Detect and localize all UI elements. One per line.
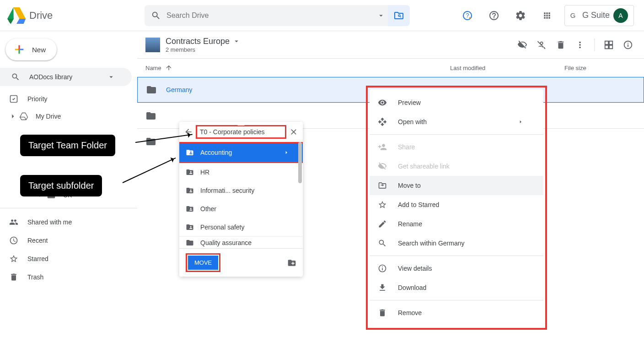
sidebar-starred[interactable]: Starred [0,250,132,268]
drive-icon [19,112,28,121]
settings-icon[interactable] [511,6,530,25]
context-menu: Preview Open with Share Get shareable li… [370,89,543,326]
mp-item-other[interactable]: Other [179,200,303,218]
visibility-off-icon[interactable] [517,40,527,50]
edit-icon [378,219,387,229]
svg-marker-4 [7,18,14,23]
trash-icon[interactable] [556,40,566,50]
shared-folder-icon [186,223,194,231]
move-button[interactable]: MOVE [188,256,218,270]
column-header: Name Last modified File size [137,59,644,77]
col-modified[interactable]: Last modified [450,65,564,71]
close-icon[interactable] [289,127,298,136]
content-actions [517,38,633,51]
search-input[interactable] [166,11,373,20]
folder-icon [145,110,156,121]
cm-rename[interactable]: Rename [370,214,543,234]
cm-star[interactable]: Add to Starred [370,195,543,214]
new-button[interactable]: New [5,38,57,60]
members-label: 2 members [166,46,241,53]
content-header: Contracts Europe 2 members [137,31,644,59]
grid-view-icon[interactable] [604,40,614,50]
cm-move-to[interactable]: Move to [370,176,543,195]
new-label: New [32,46,46,54]
dropdown-icon[interactable] [377,11,385,20]
move-panel-footer: MOVE [179,248,303,277]
col-name[interactable]: Name [145,64,450,71]
expand-icon [8,112,17,121]
cm-open-with[interactable]: Open with [370,112,543,131]
open-with-icon [378,117,387,126]
move-panel: T0 - Corporate policies Accounting HR In… [179,122,303,277]
gsuite-label: G Suite [582,11,610,20]
cm-share: Share [370,137,543,157]
mp-item-accounting[interactable]: Accounting [179,143,303,162]
shared-folder-icon [186,168,194,176]
support-icon[interactable]: ? [458,6,477,25]
cm-download[interactable]: Download [370,278,543,297]
trash-label: Trash [27,273,124,281]
search-icon [378,239,387,248]
mp-item-hr[interactable]: HR [179,163,303,181]
star-icon [9,254,18,263]
scrollbar[interactable] [298,142,302,183]
folder-thumbnail [145,38,160,52]
cm-share-link: Get shareable link [370,157,543,176]
cm-search-within[interactable]: Search within Germany [370,234,543,253]
avatar[interactable]: A [613,8,628,23]
move-icon [378,181,387,190]
shared-folder-icon [186,205,194,213]
search-container [145,5,458,26]
logo-area: Drive [7,6,145,25]
svg-text:G: G [570,11,576,19]
apps-icon[interactable] [538,6,556,25]
eye-icon [378,98,387,107]
priority-label: Priority [27,95,124,103]
mp-item-qa[interactable]: Quality assurance [179,236,303,248]
dropdown-icon [232,37,241,45]
plus-icon [13,43,26,56]
sidebar-priority[interactable]: Priority [0,90,132,108]
gsuite-button[interactable]: G G Suite A [564,5,634,26]
visibility-off-icon [378,162,387,171]
new-folder-icon[interactable] [287,258,296,267]
search-bar[interactable] [145,5,392,26]
folder-info: Contracts Europe 2 members [166,37,241,53]
col-size[interactable]: File size [564,65,633,71]
folder-icon [146,84,157,95]
svg-text:?: ? [466,12,469,19]
cm-details[interactable]: View details [370,259,543,278]
annotation-subfolder: Target subfolder [20,175,102,196]
mp-item-infosec[interactable]: Informati... security [179,181,303,200]
svg-marker-0 [16,18,26,23]
move-panel-header: T0 - Corporate policies [179,122,303,142]
library-selector[interactable]: AODocs library [0,68,132,86]
sidebar-recent[interactable]: Recent [0,231,132,250]
mp-item-safety[interactable]: Personal safety [179,218,303,236]
more-icon[interactable] [575,40,585,50]
svg-point-7 [398,15,400,16]
info-icon[interactable] [623,40,633,50]
cm-preview[interactable]: Preview [370,93,543,112]
search-icon [151,11,161,21]
priority-icon [9,94,18,104]
shared-folder-icon [186,239,194,247]
sidebar-shared-with-me[interactable]: Shared with me [0,213,132,231]
sidebar-my-drive[interactable]: My Drive [0,108,137,125]
help-icon[interactable] [485,6,503,25]
people-icon [9,218,18,227]
trash-icon [378,308,387,317]
drive-logo-icon [7,6,26,25]
header-icons: ? G G Suite A [458,5,637,26]
folder-title-row[interactable]: Contracts Europe [166,37,241,46]
library-label: AODocs library [29,73,107,81]
person-off-icon[interactable] [537,40,547,50]
search-extension[interactable] [388,5,410,26]
chevron-right-icon [283,148,290,157]
svg-marker-5 [13,7,26,19]
cm-remove[interactable]: Remove [370,303,543,322]
sort-asc-icon [165,64,172,71]
clock-icon [9,236,18,245]
sidebar-trash[interactable]: Trash [0,268,132,286]
download-icon [378,283,387,292]
